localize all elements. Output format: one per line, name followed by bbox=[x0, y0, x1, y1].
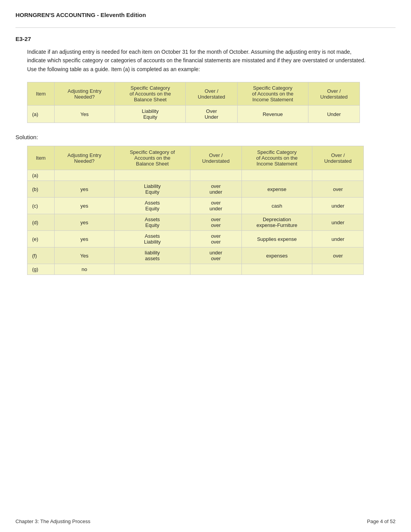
example-col-income-stmt: Specific Categoryof Accounts on theIncom… bbox=[237, 82, 308, 106]
sol-row-over-under-is: over bbox=[312, 181, 364, 198]
divider bbox=[15, 27, 396, 28]
sol-row-balance-sheet bbox=[115, 170, 190, 181]
sol-row-adjusting: yes bbox=[54, 231, 115, 247]
example-table-wrap: Item Adjusting EntryNeeded? Specific Cat… bbox=[27, 82, 396, 123]
sol-row-over-under-bs bbox=[190, 264, 241, 275]
example-table: Item Adjusting EntryNeeded? Specific Cat… bbox=[27, 82, 360, 123]
sol-row-item: (a) bbox=[27, 170, 55, 181]
sol-row-item: (f) bbox=[27, 247, 55, 264]
example-row-item: (a) bbox=[27, 106, 55, 123]
example-col-over-under-bs: Over /Understated bbox=[186, 82, 237, 106]
sol-row-adjusting: yes bbox=[54, 181, 115, 198]
sol-row-income-stmt: Supplies expense bbox=[241, 231, 312, 247]
solution-table: Item Adjusting EntryNeeded? Specific Cat… bbox=[27, 146, 364, 275]
table-row: (d)yesAssetsEquityoveroverDepreciationex… bbox=[27, 214, 364, 231]
sol-col-item: Item bbox=[27, 146, 55, 170]
sol-row-income-stmt bbox=[241, 264, 312, 275]
sol-row-balance-sheet: liabilityassets bbox=[115, 247, 190, 264]
sol-row-over-under-is: under bbox=[312, 198, 364, 214]
example-row-over-under-bs: OverUnder bbox=[186, 106, 237, 123]
exercise-id: E3-27 bbox=[15, 36, 396, 42]
example-col-adjusting: Adjusting EntryNeeded? bbox=[54, 82, 115, 106]
example-col-item: Item bbox=[27, 82, 55, 106]
sol-row-balance-sheet: AssetsEquity bbox=[115, 214, 190, 231]
table-row: (g)no bbox=[27, 264, 364, 275]
sol-row-adjusting bbox=[54, 170, 115, 181]
sol-row-balance-sheet: LiabilityEquity bbox=[115, 181, 190, 198]
sol-row-income-stmt: expense bbox=[241, 181, 312, 198]
table-row: (f)Yesliabilityassetsunderoverexpensesov… bbox=[27, 247, 364, 264]
sol-row-income-stmt bbox=[241, 170, 312, 181]
sol-row-item: (b) bbox=[27, 181, 55, 198]
example-row-income-stmt: Revenue bbox=[237, 106, 308, 123]
sol-col-income-stmt: Specific Categoryof Accounts on theIncom… bbox=[241, 146, 312, 170]
sol-col-balance-sheet: Specific Category ofAccounts on theBalan… bbox=[115, 146, 190, 170]
sol-row-over-under-is: over bbox=[312, 247, 364, 264]
sol-col-over-under-bs: Over /Understated bbox=[190, 146, 241, 170]
sol-row-over-under-is: under bbox=[312, 214, 364, 231]
sol-row-adjusting: Yes bbox=[54, 247, 115, 264]
sol-row-over-under-bs: overunder bbox=[190, 181, 241, 198]
example-col-over-under-is: Over /Understated bbox=[308, 82, 360, 106]
sol-row-over-under-is bbox=[312, 170, 364, 181]
sol-row-balance-sheet: AssetsEquity bbox=[115, 198, 190, 214]
sol-row-adjusting: yes bbox=[54, 214, 115, 231]
sol-col-over-under-is: Over /Understated bbox=[312, 146, 364, 170]
instructions: Indicate if an adjusting entry is needed… bbox=[27, 48, 368, 73]
sol-row-balance-sheet: AssetsLiability bbox=[115, 231, 190, 247]
sol-row-item: (d) bbox=[27, 214, 55, 231]
solution-label: Solution: bbox=[15, 134, 396, 140]
sol-row-over-under-bs: overover bbox=[190, 231, 241, 247]
table-row: (e)yesAssetsLiabilityoveroverSupplies ex… bbox=[27, 231, 364, 247]
page-title: HORNGREN'S ACCOUNTING - Eleventh Edition bbox=[15, 12, 396, 18]
sol-row-adjusting: no bbox=[54, 264, 115, 275]
sol-row-item: (g) bbox=[27, 264, 55, 275]
sol-col-adjusting: Adjusting EntryNeeded? bbox=[54, 146, 115, 170]
example-row-balance-sheet: LiabilityEquity bbox=[115, 106, 186, 123]
solution-table-wrap: Item Adjusting EntryNeeded? Specific Cat… bbox=[27, 146, 396, 275]
sol-row-over-under-bs: overunder bbox=[190, 198, 241, 214]
sol-row-income-stmt: cash bbox=[241, 198, 312, 214]
footer: Chapter 3: The Adjusting Process Page 4 … bbox=[15, 518, 396, 524]
sol-row-over-under-bs bbox=[190, 170, 241, 181]
table-row: (b)yesLiabilityEquityoverunderexpenseove… bbox=[27, 181, 364, 198]
sol-row-over-under-is: under bbox=[312, 231, 364, 247]
sol-row-income-stmt: expenses bbox=[241, 247, 312, 264]
sol-row-income-stmt: Depreciationexpense-Furniture bbox=[241, 214, 312, 231]
footer-left: Chapter 3: The Adjusting Process bbox=[15, 518, 90, 524]
sol-row-over-under-bs: overover bbox=[190, 214, 241, 231]
sol-row-over-under-is bbox=[312, 264, 364, 275]
sol-row-over-under-bs: underover bbox=[190, 247, 241, 264]
table-row: (a) bbox=[27, 170, 364, 181]
example-row-adjusting: Yes bbox=[54, 106, 115, 123]
sol-row-item: (c) bbox=[27, 198, 55, 214]
table-row: (c)yesAssetsEquityoverundercashunder bbox=[27, 198, 364, 214]
sol-row-balance-sheet bbox=[115, 264, 190, 275]
sol-row-adjusting: yes bbox=[54, 198, 115, 214]
example-col-balance-sheet: Specific Categoryof Accounts on theBalan… bbox=[115, 82, 186, 106]
sol-row-item: (e) bbox=[27, 231, 55, 247]
example-row-over-under-is: Under bbox=[308, 106, 360, 123]
footer-right: Page 4 of 52 bbox=[367, 518, 396, 524]
